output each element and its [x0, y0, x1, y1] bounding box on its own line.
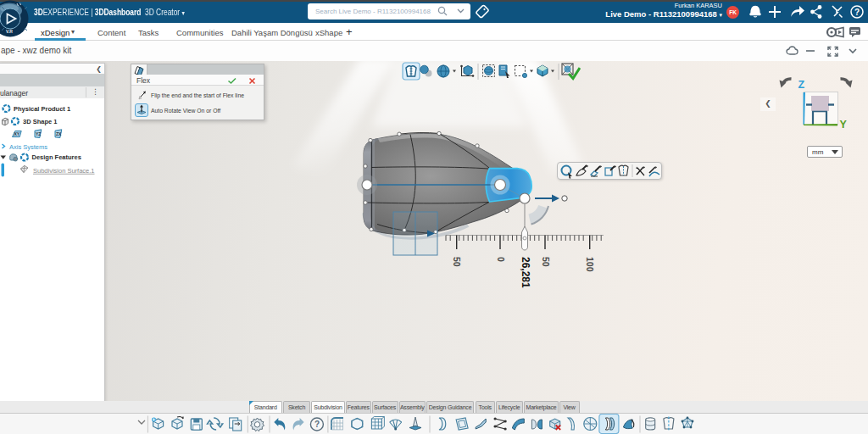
svg-text:?: ?: [314, 420, 320, 429]
svg-text:ZX: ZX: [56, 131, 62, 136]
svg-text:Z: Z: [798, 79, 805, 91]
svg-text:Y: Y: [840, 119, 848, 131]
svg-text:100: 100: [585, 257, 595, 272]
svg-text:26,281: 26,281: [520, 257, 531, 288]
svg-text:V.R: V.R: [6, 29, 13, 34]
svg-text:YZ: YZ: [36, 131, 41, 136]
svg-text:0: 0: [496, 257, 506, 262]
svg-text:50: 50: [452, 257, 462, 267]
svg-text:3D Shape 1: 3D Shape 1: [23, 118, 57, 125]
svg-text:Subdivision Surface.1: Subdivision Surface.1: [33, 167, 95, 175]
svg-text:Axis Systems: Axis Systems: [9, 143, 47, 151]
svg-text:XY: XY: [14, 131, 20, 136]
svg-text:Physical Product 1: Physical Product 1: [14, 105, 70, 113]
svg-text:50: 50: [541, 257, 551, 267]
svg-text:?: ?: [854, 8, 860, 17]
svg-text:Design Features: Design Features: [32, 153, 81, 161]
